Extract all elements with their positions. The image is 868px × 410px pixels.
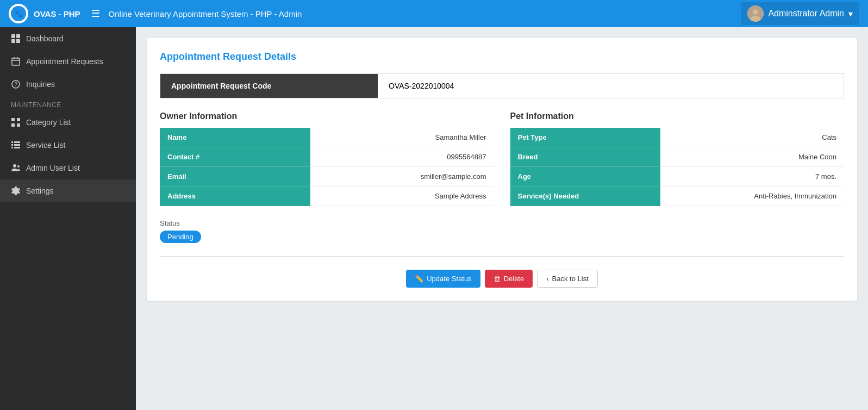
table-row: Service(s) Needed Anti-Rabies, Immunizat… (510, 187, 845, 206)
owner-email-value: smiller@sample.com (310, 167, 494, 187)
svg-rect-9 (12, 58, 20, 65)
svg-point-3 (753, 9, 758, 15)
svg-rect-21 (11, 144, 13, 146)
trash-icon: 🗑 (494, 275, 501, 283)
brand-avatar: 🐾 (9, 4, 28, 23)
code-label: Appointment Request Code (160, 74, 378, 98)
user-menu[interactable]: Adminstrator Admin ▾ (741, 2, 859, 25)
svg-rect-16 (17, 118, 20, 121)
owner-name-value: Samantha Miller (310, 128, 494, 147)
pet-breed-value: Maine Coon (660, 147, 844, 167)
pet-age-value: 7 mos. (660, 167, 844, 187)
owner-contact-value: 0995564887 (310, 147, 494, 167)
settings-icon (11, 186, 21, 196)
svg-rect-6 (16, 34, 20, 38)
svg-rect-24 (14, 147, 20, 148)
delete-label: Delete (504, 275, 524, 283)
divider (160, 256, 844, 257)
svg-rect-7 (11, 39, 15, 43)
svg-rect-18 (17, 123, 20, 127)
sidebar-item-settings[interactable]: Settings (0, 179, 136, 202)
back-icon: ‹ (546, 275, 548, 283)
pet-type-label: Pet Type (510, 128, 661, 147)
svg-rect-22 (14, 144, 20, 146)
table-row: Age 7 mos. (510, 167, 845, 187)
pet-age-label: Age (510, 167, 661, 187)
calendar-icon (11, 57, 21, 66)
pet-table: Pet Type Cats Breed Maine Coon Age 7 mos… (510, 128, 845, 206)
page-title: Appointment Request Details (160, 51, 844, 63)
details-card: Appointment Request Details Appointment … (147, 38, 857, 301)
svg-text:?: ? (14, 82, 17, 88)
edit-icon: ✏️ (415, 275, 423, 283)
owner-name-label: Name (160, 128, 310, 147)
sidebar-label-inquiries: Inquiries (26, 80, 55, 89)
sidebar-label-service-list: Service List (26, 141, 65, 150)
back-to-list-label: Back to List (552, 275, 589, 283)
back-to-list-button[interactable]: ‹ Back to List (537, 270, 598, 288)
pet-info-section: Pet Information Pet Type Cats Breed Main… (510, 111, 845, 206)
svg-rect-5 (11, 34, 15, 38)
table-row: Name Samantha Miller (160, 128, 494, 147)
pet-breed-label: Breed (510, 147, 661, 167)
sidebar-item-category-list[interactable]: Category List (0, 111, 136, 134)
status-badge: Pending (160, 231, 201, 243)
pet-services-value: Anti-Rabies, Immunization (660, 187, 844, 206)
sidebar-label-appointment-requests: Appointment Requests (26, 57, 103, 66)
table-row: Address Sample Address (160, 187, 494, 206)
help-icon: ? (11, 79, 21, 89)
owner-contact-label: Contact # (160, 147, 310, 167)
update-status-button[interactable]: ✏️ Update Status (406, 270, 480, 288)
sidebar-item-service-list[interactable]: Service List (0, 134, 136, 157)
code-row: Appointment Request Code OVAS-2022010004 (160, 73, 844, 98)
maintenance-label: Maintenance (0, 96, 136, 111)
sidebar-label-dashboard: Dashboard (26, 34, 64, 43)
dashboard-icon (11, 34, 21, 44)
svg-rect-20 (14, 141, 20, 143)
table-row: Contact # 0995564887 (160, 147, 494, 167)
owner-email-label: Email (160, 167, 310, 187)
info-sections: Owner Information Name Samantha Miller C… (160, 111, 844, 206)
grid-icon (11, 117, 21, 127)
status-label: Status (160, 219, 844, 227)
users-icon (11, 163, 21, 173)
brand-name: OVAS - PHP (34, 9, 80, 18)
sidebar-item-dashboard[interactable]: Dashboard (0, 27, 136, 50)
sidebar-label-category-list: Category List (26, 118, 71, 127)
sidebar-item-admin-user-list[interactable]: Admin User List (0, 157, 136, 179)
owner-address-label: Address (160, 187, 310, 206)
sidebar-item-appointment-requests[interactable]: Appointment Requests (0, 50, 136, 73)
owner-section-title: Owner Information (160, 111, 494, 121)
list-icon (11, 140, 21, 150)
table-row: Pet Type Cats (510, 128, 845, 147)
svg-rect-19 (11, 141, 13, 143)
user-avatar (747, 5, 764, 22)
navbar-title: Online Veterinary Appointment System - P… (109, 9, 741, 18)
pet-section-title: Pet Information (510, 111, 845, 121)
svg-rect-17 (11, 123, 15, 127)
hamburger-button[interactable]: ☰ (91, 8, 100, 20)
table-row: Email smiller@sample.com (160, 167, 494, 187)
layout: Dashboard Appointment Requests ? Inquiri… (0, 27, 868, 410)
brand: 🐾 OVAS - PHP (9, 4, 80, 23)
sidebar-item-inquiries[interactable]: ? Inquiries (0, 73, 136, 96)
table-row: Breed Maine Coon (510, 147, 845, 167)
update-status-label: Update Status (427, 275, 471, 283)
status-section: Status Pending (160, 219, 844, 243)
owner-info-section: Owner Information Name Samantha Miller C… (160, 111, 494, 206)
user-dropdown-icon: ▾ (848, 9, 853, 19)
svg-point-25 (13, 164, 16, 167)
sidebar-label-settings: Settings (26, 187, 54, 195)
owner-address-value: Sample Address (310, 187, 494, 206)
svg-rect-23 (11, 147, 13, 148)
buttons-row: ✏️ Update Status 🗑 Delete ‹ Back to List (160, 265, 844, 288)
sidebar: Dashboard Appointment Requests ? Inquiri… (0, 27, 136, 410)
user-name: Adminstrator Admin (768, 9, 844, 18)
sidebar-label-admin-user-list: Admin User List (26, 164, 80, 172)
svg-point-26 (17, 165, 20, 167)
owner-table: Name Samantha Miller Contact # 099556488… (160, 128, 494, 206)
navbar: 🐾 OVAS - PHP ☰ Online Veterinary Appoint… (0, 0, 868, 27)
code-value: OVAS-2022010004 (378, 74, 844, 98)
pet-type-value: Cats (660, 128, 844, 147)
delete-button[interactable]: 🗑 Delete (485, 270, 533, 288)
